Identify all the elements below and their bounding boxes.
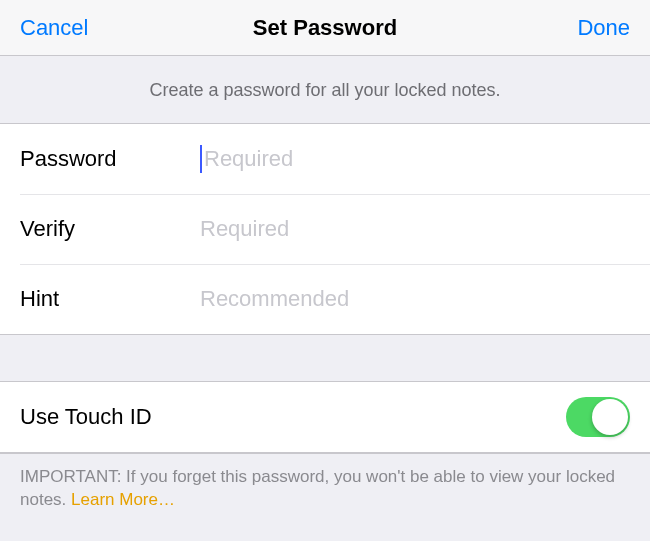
- learn-more-link[interactable]: Learn More…: [71, 490, 175, 509]
- password-input[interactable]: [200, 146, 630, 172]
- hint-input[interactable]: [200, 286, 630, 312]
- verify-row: Verify: [0, 194, 650, 264]
- password-row: Password: [0, 124, 650, 194]
- verify-label: Verify: [20, 216, 200, 242]
- hint-row: Hint: [0, 264, 650, 334]
- password-fields-group: Password Verify Hint: [0, 123, 650, 335]
- touchid-label: Use Touch ID: [20, 404, 152, 430]
- switch-knob-icon: [592, 399, 628, 435]
- footer-note: IMPORTANT: If you forget this password, …: [0, 453, 650, 512]
- done-button[interactable]: Done: [571, 11, 636, 45]
- verify-input[interactable]: [200, 216, 630, 242]
- text-caret-icon: [200, 145, 202, 173]
- cancel-button[interactable]: Cancel: [14, 11, 94, 45]
- section-subtitle: Create a password for all your locked no…: [0, 56, 650, 123]
- hint-label: Hint: [20, 286, 200, 312]
- touchid-toggle[interactable]: [566, 397, 630, 437]
- touchid-group: Use Touch ID: [0, 381, 650, 453]
- touchid-row: Use Touch ID: [0, 382, 650, 452]
- password-label: Password: [20, 146, 200, 172]
- group-spacer: [0, 335, 650, 381]
- navbar: Cancel Set Password Done: [0, 0, 650, 56]
- page-title: Set Password: [0, 15, 650, 41]
